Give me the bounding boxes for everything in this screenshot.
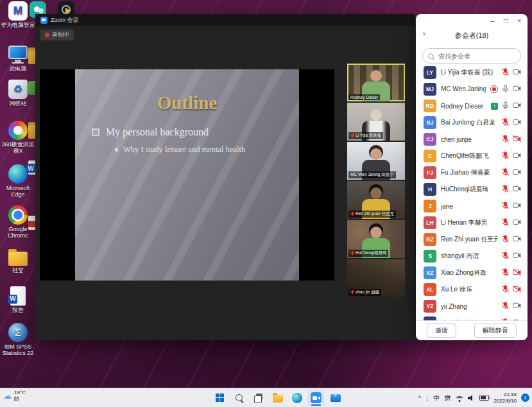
slide-sub-bullet: Why I study leisure and mental health	[115, 145, 299, 155]
participant-row[interactable]: MJMC Wen Janing... (主持人)	[416, 81, 528, 98]
participant-name: MC Wen Janing... (主持人)	[441, 85, 486, 94]
avatar: S	[424, 250, 436, 263]
avatar: J	[424, 200, 436, 212]
desktop-icon-folder[interactable]: 社交	[0, 248, 36, 273]
unmute-all-button[interactable]: 解除静音	[474, 324, 517, 338]
camera-icon	[513, 119, 521, 126]
weather-temp: 19°C	[14, 390, 26, 396]
close-button[interactable]: ×	[517, 17, 521, 24]
video-thumbnail[interactable]: Ren Zhi yuan 任至元	[347, 181, 405, 219]
avatar: YZ	[424, 300, 436, 313]
notification-badge[interactable]: 1	[521, 394, 529, 402]
avatar: C	[424, 150, 436, 162]
participant-row[interactable]: Jjane	[416, 198, 528, 214]
zoom-titlebar[interactable]: Zoom 会议	[35, 14, 415, 26]
wifi-icon[interactable]	[455, 395, 463, 401]
participants-panel: – □ × ∨ 参会者(18) LYLi Yijia 李轶嘉 (我) MJMC …	[416, 14, 528, 340]
battery-icon[interactable]	[479, 395, 489, 401]
sub-bullet-square-icon	[115, 148, 118, 152]
participant-row[interactable]: XLXu Le 徐乐	[416, 281, 528, 298]
task-view-button[interactable]	[250, 390, 266, 406]
camera-icon	[513, 102, 521, 110]
desktop-icon-spss[interactable]: ΣIBM SPSS Statistics 22	[0, 323, 36, 357]
ime-language-indicator[interactable]: 中	[433, 394, 440, 403]
participant-row[interactable]: RDRodney Dieser↑	[416, 98, 528, 114]
search-icon	[428, 53, 434, 59]
participant-row[interactable]: FJFu Jiahao 傅嘉豪	[416, 164, 528, 181]
video-thumbnail[interactable]: HuChenqi胡晨琦	[347, 220, 405, 258]
avatar: XZ	[424, 266, 436, 279]
mail-taskbar-button[interactable]	[327, 390, 343, 406]
avatar: CJ	[424, 133, 436, 146]
slide-bullet: My personal background	[92, 126, 299, 138]
participant-name: Rodney Dieser	[441, 103, 486, 110]
edge-taskbar-button[interactable]	[289, 390, 305, 406]
participant-row[interactable]: CJchen junjie	[416, 131, 528, 148]
start-button[interactable]	[212, 390, 228, 406]
participant-row[interactable]: HHuChenqi胡晨琦	[416, 181, 528, 198]
desktop-icon-label: 报告	[0, 307, 36, 313]
browser360-icon	[8, 121, 28, 140]
muted-mic-icon	[502, 235, 509, 244]
participant-row[interactable]: XZXiao Zhong肖政	[416, 264, 528, 281]
ime-pinyin-indicator[interactable]: 拼	[444, 394, 450, 403]
thumbnail-name-label: Li Yijia 李轶嘉	[348, 132, 383, 139]
recording-indicator[interactable]: 录制中	[40, 30, 74, 40]
avatar: LY	[424, 66, 436, 79]
video-thumbnail[interactable]: Li Yijia 李轶嘉	[347, 103, 405, 141]
muted-mic-icon	[350, 134, 354, 139]
desktop-icon-worddoc[interactable]: 报告	[0, 286, 36, 313]
video-thumbnail-strip: Rodney DieserLi Yijia 李轶嘉MC-Wen Janing 闫…	[347, 64, 405, 299]
maximize-button[interactable]: □	[504, 17, 508, 24]
camera-off-icon	[513, 286, 521, 293]
desktop-icon-label: 回收站	[0, 100, 36, 107]
video-thumbnail[interactable]: Rodney Dieser	[347, 64, 405, 101]
minimize-button[interactable]: –	[491, 17, 495, 24]
invite-button[interactable]: 邀请	[427, 324, 456, 338]
camera-icon	[513, 85, 521, 93]
download-tray-icon[interactable]: ↓	[425, 394, 429, 402]
clock[interactable]: 21:34 2022/6/10	[493, 392, 517, 404]
desktop-icon-label: 360极速浏览器X	[0, 141, 36, 155]
taskbar: ☁ 19°C 阴 ^ ↓ 中 拼 21:34 2022/6/10 1	[0, 388, 532, 407]
search-input[interactable]	[437, 52, 515, 60]
participant-name: ChenQifei陈麒飞	[441, 152, 497, 160]
muted-mic-icon	[502, 135, 509, 144]
video-thumbnail[interactable]: zhao jie 赵婕	[347, 259, 405, 297]
participant-row[interactable]: BJBai Junlong 白君龙	[416, 114, 528, 131]
chevron-down-icon[interactable]: ∨	[422, 31, 426, 37]
participant-row[interactable]: LYLi Yijia 李轶嘉 (我)	[416, 64, 528, 81]
participant-row[interactable]: LHLi Henan 李赫男	[416, 214, 528, 231]
participant-name: Bai Junlong 白君龙	[441, 118, 497, 127]
participant-row[interactable]: CChenQifei陈麒飞	[416, 148, 528, 164]
volume-icon[interactable]	[468, 395, 475, 401]
zoom-taskbar-button[interactable]	[308, 390, 324, 406]
hidden-icons-caret[interactable]: ^	[418, 395, 421, 401]
avatar: FJ	[424, 166, 436, 179]
participant-search-box[interactable]	[422, 48, 521, 64]
camera-icon	[513, 236, 521, 243]
participant-row[interactable]: RZRen Zhi yuan 任至元	[416, 231, 528, 248]
avatar: RD	[424, 100, 436, 112]
pcmanager-icon: M	[8, 1, 28, 21]
video-thumbnail[interactable]: MC-Wen Janing 闫嘉宁	[347, 142, 405, 180]
camera-icon	[513, 69, 521, 76]
participant-name: yii Zhang	[441, 303, 497, 310]
weather-widget[interactable]: ☁ 19°C 阴	[3, 390, 26, 402]
desktop-icon-label: Microsoft Edge	[0, 185, 36, 198]
file-explorer-button[interactable]	[270, 390, 286, 406]
muted-mic-icon	[502, 302, 509, 311]
zoom-meeting-window: Zoom 会议 录制中 Outline My personal backgrou…	[35, 14, 415, 340]
edge-icon	[8, 164, 28, 184]
camera-icon	[513, 302, 521, 310]
participant-row[interactable]: Sshangyii 尚谊	[416, 248, 528, 264]
participant-name: chen junjie	[441, 136, 497, 143]
participant-row[interactable]: YZyii Zhang	[416, 298, 528, 315]
desktop-icon-label: IBM SPSS Statistics 22	[0, 343, 36, 357]
muted-mic-icon	[350, 212, 354, 217]
muted-mic-icon	[502, 285, 509, 294]
camera-icon	[513, 169, 521, 177]
search-taskbar-button[interactable]	[231, 390, 247, 406]
participants-list: LYLi Yijia 李轶嘉 (我) MJMC Wen Janing... (主…	[416, 64, 528, 321]
folder-icon	[8, 252, 28, 266]
